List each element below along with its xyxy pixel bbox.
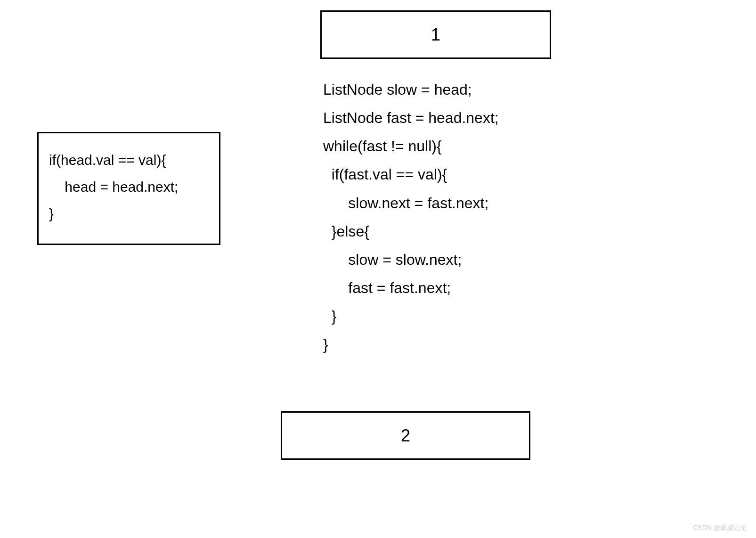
code-right-text: ListNode slow = head; ListNode fast = he… xyxy=(323,75,499,359)
label-2-text: 2 xyxy=(401,426,410,446)
code-block-right: ListNode slow = head; ListNode fast = he… xyxy=(323,75,499,359)
label-1-text: 1 xyxy=(431,25,440,45)
watermark-text: CSDN @威威沁沁 xyxy=(693,524,747,532)
label-box-2: 2 xyxy=(281,411,530,460)
code-left-text: if(head.val == val){ head = head.next; } xyxy=(49,147,209,227)
code-box-left: if(head.val == val){ head = head.next; } xyxy=(37,132,220,245)
label-box-1: 1 xyxy=(320,10,551,59)
